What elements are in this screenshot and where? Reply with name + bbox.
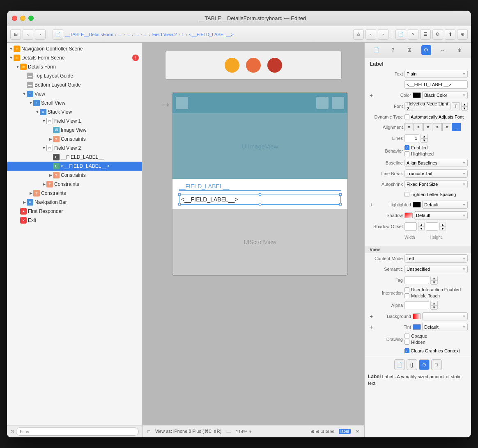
forward-button[interactable]: › bbox=[35, 29, 46, 40]
font-select[interactable]: Helvetica Neue Light 2... bbox=[404, 102, 450, 110]
highlighted-plus-btn[interactable]: + bbox=[368, 201, 375, 208]
iphone-mockup[interactable]: UIImageView __FIELD_LABEL__ bbox=[172, 92, 348, 276]
text-value-input[interactable] bbox=[404, 80, 468, 89]
shadow-height-input[interactable]: -1 bbox=[426, 222, 438, 231]
content-mode-select[interactable]: Left ▼ bbox=[404, 254, 468, 263]
enabled-checkbox[interactable]: ✓ bbox=[404, 145, 409, 150]
tree-constraints-1[interactable]: T Constraints bbox=[7, 135, 142, 144]
triangle-stack[interactable] bbox=[35, 110, 40, 114]
inspector-btn[interactable]: ☰ bbox=[420, 29, 431, 40]
align-more-btn[interactable]: … bbox=[452, 123, 461, 131]
tree-field-view-2[interactable]: □ Field View 2 bbox=[7, 144, 142, 153]
background-plus-btn[interactable]: + bbox=[368, 313, 375, 320]
user-interaction-checkbox[interactable] bbox=[404, 287, 409, 292]
tree-bottom-layout[interactable]: ▬ Bottom Layout Guide bbox=[7, 80, 142, 89]
breadcrumb-item-4[interactable]: ... bbox=[135, 32, 139, 37]
help-btn[interactable]: ? bbox=[408, 29, 418, 40]
triangle-nav-controller[interactable] bbox=[9, 46, 14, 51]
triangle-constraints2[interactable] bbox=[48, 173, 53, 178]
shadow-select[interactable]: Default ▼ bbox=[414, 211, 468, 219]
back-nav-button[interactable]: ‹ bbox=[365, 29, 376, 40]
nav-canvas-btn-red[interactable] bbox=[267, 58, 282, 73]
nav-canvas-btn-orange[interactable] bbox=[246, 58, 261, 73]
baseline-select[interactable]: Align Baselines ▼ bbox=[404, 159, 468, 167]
tree-field-view-1[interactable]: □ Field View 1 bbox=[7, 117, 142, 126]
tree-image-view[interactable]: 🖼 Image View bbox=[7, 126, 142, 135]
shadow-w-up[interactable]: ▲ bbox=[418, 222, 424, 226]
nav-bar-left-btn[interactable] bbox=[176, 97, 188, 109]
align-justify-btn[interactable]: ≡ bbox=[433, 123, 442, 131]
tree-details-form-scene[interactable]: ⊞ Details Form Scene ! bbox=[7, 53, 142, 62]
clears-checkbox[interactable]: ✓ bbox=[404, 348, 409, 353]
inspector-tab-identity[interactable]: ⊞ bbox=[404, 45, 414, 55]
shadow-w-dn[interactable]: ▼ bbox=[418, 226, 424, 231]
triangle-field1[interactable] bbox=[41, 119, 46, 123]
filter-input[interactable] bbox=[16, 427, 139, 436]
tree-stack-view[interactable]: ≡ Stack View bbox=[7, 107, 142, 117]
alpha-stepper-up[interactable]: ▲ bbox=[431, 301, 437, 305]
triangle-constraints1[interactable] bbox=[48, 137, 53, 142]
triangle-view[interactable] bbox=[22, 91, 27, 96]
tint-swatch[interactable] bbox=[413, 324, 421, 330]
gear-icon[interactable]: ⚙ bbox=[432, 29, 443, 40]
help-tab-file[interactable]: 📄 bbox=[394, 359, 405, 370]
alpha-stepper-dn[interactable]: ▼ bbox=[431, 305, 437, 309]
close-badge-icon[interactable]: ✕ bbox=[356, 429, 359, 434]
minimize-button[interactable] bbox=[20, 16, 25, 21]
inspector-tab-size[interactable]: ↔ bbox=[438, 45, 448, 55]
tree-constraints-4[interactable]: T Constraints bbox=[7, 189, 142, 198]
alpha-input[interactable]: 1 bbox=[404, 301, 429, 309]
shadow-width-input[interactable]: 0 bbox=[404, 222, 417, 231]
add-object-btn[interactable]: ⊕ bbox=[457, 29, 468, 40]
tree-top-layout[interactable]: ▬ Top Layout Guide bbox=[7, 71, 142, 80]
grid-view-button[interactable]: ⊞ bbox=[10, 29, 21, 40]
breadcrumb-item-3[interactable]: ... bbox=[126, 32, 130, 37]
forward-nav-button[interactable]: › bbox=[378, 29, 388, 40]
triangle-scroll[interactable] bbox=[28, 101, 33, 105]
hidden-checkbox[interactable] bbox=[404, 340, 409, 345]
tighten-checkbox[interactable] bbox=[404, 192, 409, 197]
nav-bar-right-btn-2[interactable] bbox=[332, 97, 344, 109]
color-swatch-black[interactable] bbox=[413, 92, 421, 98]
breadcrumb-item-2[interactable]: ... bbox=[118, 32, 122, 37]
triangle-constraints4[interactable] bbox=[28, 191, 33, 196]
shadow-color-swatch[interactable] bbox=[404, 213, 413, 218]
tag-input[interactable]: 0 bbox=[404, 276, 429, 284]
help-tab-circle[interactable]: ⊙ bbox=[419, 359, 430, 370]
shadow-h-dn[interactable]: ▼ bbox=[440, 226, 446, 231]
tree-nav-bar[interactable]: ≡ Navigation Bar bbox=[7, 198, 142, 207]
triangle-constraints3[interactable] bbox=[41, 182, 46, 187]
tree-first-responder[interactable]: ★ First Responder bbox=[7, 207, 142, 216]
opaque-checkbox[interactable] bbox=[404, 334, 409, 338]
tree-exit[interactable]: ✕ Exit bbox=[7, 216, 142, 225]
align-left-btn[interactable]: ≡ bbox=[404, 123, 414, 131]
nav-canvas-btn-yellow[interactable] bbox=[225, 58, 239, 73]
inspector-file-btn[interactable]: 📄 bbox=[395, 29, 406, 40]
help-tab-book[interactable]: □ bbox=[431, 359, 442, 370]
text-type-select[interactable]: Plain ▼ bbox=[404, 70, 468, 78]
breadcrumb-item-file[interactable]: __TABLE__DetailsForm bbox=[65, 32, 113, 37]
font-stepper-up[interactable]: ▲ bbox=[462, 102, 467, 106]
tint-select[interactable]: Default ▼ bbox=[422, 323, 468, 331]
align-right-btn[interactable]: ≡ bbox=[423, 123, 432, 131]
zoom-add-icon[interactable]: + bbox=[249, 429, 251, 434]
breadcrumb-item-l[interactable]: L bbox=[182, 32, 184, 37]
fullscreen-button[interactable] bbox=[28, 16, 34, 21]
nav-bar-right-btn-1[interactable] bbox=[316, 97, 329, 109]
tree-details-form[interactable]: ⊞ Details Form bbox=[7, 62, 142, 71]
breadcrumb-item-5[interactable]: ... bbox=[144, 32, 147, 37]
tree-scroll-view[interactable]: ↕ Scroll View bbox=[7, 98, 142, 107]
align-center-btn[interactable]: ≡ bbox=[414, 123, 423, 131]
tree-field-label[interactable]: L __FIELD_LABEL__ bbox=[7, 153, 142, 162]
selected-field-label[interactable]: <__FIELD_LABEL__> bbox=[179, 194, 341, 205]
inspector-tab-quick[interactable]: ? bbox=[388, 45, 398, 55]
tree-constraints-2[interactable]: T Constraints bbox=[7, 171, 142, 180]
lines-stepper-dn[interactable]: ▼ bbox=[421, 138, 427, 142]
tree-nav-controller-scene[interactable]: ⊞ Navigation Controller Scene bbox=[7, 44, 142, 53]
tint-plus-btn[interactable]: + bbox=[368, 324, 375, 330]
tag-stepper-up[interactable]: ▲ bbox=[431, 276, 437, 280]
multiple-touch-checkbox[interactable] bbox=[404, 293, 409, 298]
triangle-field2[interactable] bbox=[41, 146, 46, 151]
tag-stepper-dn[interactable]: ▼ bbox=[431, 280, 437, 284]
inspector-tab-connections[interactable]: ⊕ bbox=[455, 45, 464, 55]
